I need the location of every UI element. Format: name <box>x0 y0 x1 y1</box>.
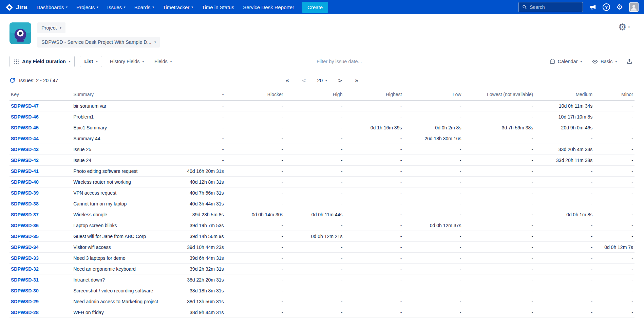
nav-item-projects[interactable]: Projects▾ <box>72 0 103 14</box>
column-header-summary[interactable]: Summary <box>72 89 175 101</box>
duration-cell: - <box>462 144 534 155</box>
duration-cell: - <box>284 101 344 111</box>
duration-cell: - <box>594 111 634 122</box>
project-scope-dropdown[interactable]: Project ▾ <box>37 22 65 33</box>
duration-cell: - <box>594 166 634 177</box>
issue-key-link[interactable]: SDPWSD-34 <box>11 245 39 250</box>
table-row: SDPWSD-47bir sorunum var------10d 0h 11m… <box>10 101 634 111</box>
refresh-button[interactable] <box>10 77 15 83</box>
view-dropdown[interactable]: List ▾ <box>80 56 102 67</box>
issue-key-link[interactable]: SDPWSD-43 <box>11 147 39 152</box>
table-row: SDPWSD-32Need an ergonomic keyboard39d 2… <box>10 264 634 274</box>
nav-right: ? ⚙ <box>518 2 639 12</box>
nav-item-time-in-status[interactable]: Time in Status <box>197 0 239 14</box>
create-button[interactable]: Create <box>302 2 328 13</box>
issue-key-link[interactable]: SDPWSD-44 <box>11 136 39 141</box>
issue-summary: Problem1 <box>72 111 175 122</box>
page-size-dropdown[interactable]: 20 ▾ <box>317 77 327 83</box>
table-row: SDPWSD-45Epic1 Summary---0d 1h 16m 39s0d… <box>10 122 634 133</box>
nav-item-service-desk-reporter[interactable]: Service Desk Reporter <box>239 0 299 14</box>
issue-key-link[interactable]: SDPWSD-29 <box>11 299 39 304</box>
issue-key-link[interactable]: SDPWSD-35 <box>11 234 39 239</box>
duration-cell: - <box>284 198 344 209</box>
nav-item-boards[interactable]: Boards▾ <box>130 0 158 14</box>
settings-button[interactable]: ⚙ <box>616 3 623 11</box>
pagination-first-button[interactable]: « <box>284 76 290 85</box>
column-header-dash[interactable]: - <box>175 89 225 101</box>
duration-cell: - <box>225 307 284 318</box>
chevron-down-icon: ▾ <box>97 5 98 9</box>
profile-button[interactable] <box>629 2 639 12</box>
duration-cell: - <box>534 285 594 296</box>
duration-cell: - <box>225 264 284 274</box>
issue-key-link[interactable]: SDPWSD-46 <box>11 114 39 120</box>
duration-cell: - <box>534 187 594 198</box>
duration-cell: - <box>594 198 634 209</box>
issue-key-link[interactable]: SDPWSD-41 <box>11 168 39 174</box>
page-settings-button[interactable]: ⚙ ▾ <box>618 22 634 32</box>
duration-cell: - <box>344 155 403 166</box>
nav-item-dashboards[interactable]: Dashboards▾ <box>32 0 72 14</box>
help-button[interactable]: ? <box>603 3 610 11</box>
issue-key-link[interactable]: SDPWSD-40 <box>11 179 39 185</box>
issue-key-link[interactable]: SDPWSD-42 <box>11 158 39 163</box>
issue-key-link[interactable]: SDPWSD-28 <box>11 310 39 315</box>
project-select-dropdown[interactable]: SDPWSD - Service Desk Project With Sampl… <box>37 37 160 48</box>
duration-cell: - <box>284 264 344 274</box>
field-duration-dropdown[interactable]: Any Field Duration ▾ <box>10 56 75 67</box>
issue-key-cell: SDPWSD-29 <box>10 296 72 307</box>
calendar-dropdown[interactable]: Calendar ▾ <box>547 56 585 67</box>
column-header-blocker[interactable]: Blocker <box>225 89 284 101</box>
nav-item-issues[interactable]: Issues▾ <box>103 0 130 14</box>
duration-cell: - <box>225 231 284 242</box>
nav-search-box[interactable] <box>518 2 583 12</box>
table-row: SDPWSD-46Problem1------10d 17h 10m 8s- <box>10 111 634 122</box>
duration-cell: 39d 2h 32m 31s <box>175 264 225 274</box>
export-button[interactable] <box>624 56 634 67</box>
column-header-key[interactable]: Key <box>10 89 72 101</box>
issue-key-link[interactable]: SDPWSD-36 <box>11 223 39 228</box>
issue-key-link[interactable]: SDPWSD-39 <box>11 190 39 196</box>
duration-cell: 0d 0h 12m 7s <box>594 242 634 253</box>
duration-cell: - <box>284 242 344 253</box>
pagination-next-button[interactable]: > <box>337 76 344 85</box>
column-header-medium[interactable]: Medium <box>534 89 594 101</box>
issue-key-link[interactable]: SDPWSD-30 <box>11 288 39 293</box>
pagination-last-button[interactable]: » <box>354 76 360 85</box>
project-avatar[interactable] <box>10 22 31 44</box>
issue-key-link[interactable]: SDPWSD-31 <box>11 277 39 283</box>
column-header-minor[interactable]: Minor <box>594 89 634 101</box>
duration-cell: - <box>594 285 634 296</box>
announcements-button[interactable] <box>589 3 596 11</box>
issue-key-link[interactable]: SDPWSD-33 <box>11 255 39 261</box>
jira-logo[interactable]: Jira <box>5 3 27 11</box>
pagination-prev-button[interactable]: < <box>300 76 307 85</box>
basic-view-dropdown[interactable]: Basic ▾ <box>589 56 620 67</box>
search-input[interactable] <box>530 4 579 10</box>
issue-key-link[interactable]: SDPWSD-37 <box>11 212 39 217</box>
column-header-highest[interactable]: Highest <box>344 89 403 101</box>
issue-key-cell: SDPWSD-35 <box>10 231 72 242</box>
issue-key-link[interactable]: SDPWSD-32 <box>11 266 39 272</box>
nav-item-label: Projects <box>76 4 95 10</box>
issue-summary: Issue 24 <box>72 155 175 166</box>
duration-cell: - <box>403 253 462 264</box>
duration-cell: - <box>175 155 225 166</box>
issue-key-link[interactable]: SDPWSD-47 <box>11 103 39 109</box>
nav-item-timetracker[interactable]: Timetracker▾ <box>158 0 197 14</box>
column-header-high[interactable]: High <box>284 89 344 101</box>
issue-summary: Intranet down? <box>72 274 175 285</box>
duration-cell: - <box>284 307 344 318</box>
column-header-lowest-not-available[interactable]: Lowest (not available) <box>462 89 534 101</box>
issue-date-filter-input[interactable] <box>317 59 405 64</box>
issue-key-link[interactable]: SDPWSD-45 <box>11 125 39 130</box>
duration-cell: - <box>462 111 534 122</box>
issue-key-link[interactable]: SDPWSD-38 <box>11 201 39 206</box>
duration-cell: - <box>534 133 594 144</box>
history-fields-dropdown[interactable]: History Fields ▾ <box>107 56 147 67</box>
duration-cell: - <box>534 307 594 318</box>
duration-cell: 40d 3h 44m 31s <box>175 198 225 209</box>
column-header-low[interactable]: Low <box>403 89 462 101</box>
duration-cell: 0d 1h 16m 39s <box>344 122 403 133</box>
fields-dropdown[interactable]: Fields ▾ <box>152 56 174 67</box>
